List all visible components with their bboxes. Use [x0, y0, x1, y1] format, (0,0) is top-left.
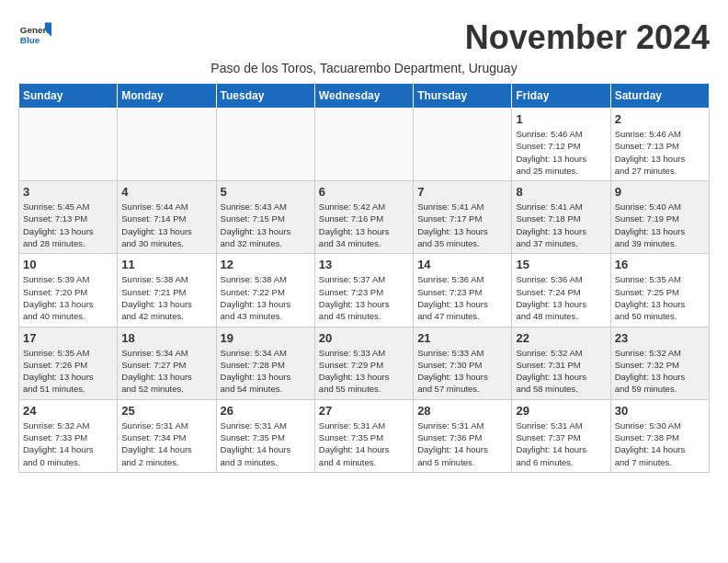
day-detail: Sunrise: 5:36 AM Sunset: 7:24 PM Dayligh… — [516, 273, 606, 322]
day-number: 11 — [121, 258, 211, 271]
calendar-cell: 8Sunrise: 5:41 AM Sunset: 7:18 PM Daylig… — [512, 181, 610, 254]
calendar-cell: 15Sunrise: 5:36 AM Sunset: 7:24 PM Dayli… — [512, 254, 610, 327]
calendar-cell: 10Sunrise: 5:39 AM Sunset: 7:20 PM Dayli… — [19, 254, 118, 327]
calendar-cell: 3Sunrise: 5:45 AM Sunset: 7:13 PM Daylig… — [19, 181, 118, 254]
calendar-table: SundayMondayTuesdayWednesdayThursdayFrid… — [18, 83, 710, 473]
day-header-saturday: Saturday — [610, 84, 709, 109]
calendar-cell: 20Sunrise: 5:33 AM Sunset: 7:29 PM Dayli… — [314, 327, 413, 399]
calendar-cell — [414, 109, 512, 181]
calendar-cell: 18Sunrise: 5:34 AM Sunset: 7:27 PM Dayli… — [118, 327, 216, 399]
day-detail: Sunrise: 5:32 AM Sunset: 7:31 PM Dayligh… — [516, 347, 606, 396]
day-detail: Sunrise: 5:39 AM Sunset: 7:20 PM Dayligh… — [23, 273, 113, 322]
day-number: 21 — [417, 331, 507, 345]
calendar-cell: 6Sunrise: 5:42 AM Sunset: 7:16 PM Daylig… — [314, 181, 413, 254]
day-detail: Sunrise: 5:40 AM Sunset: 7:19 PM Dayligh… — [615, 201, 705, 249]
day-detail: Sunrise: 5:43 AM Sunset: 7:15 PM Dayligh… — [221, 201, 311, 249]
calendar-cell: 9Sunrise: 5:40 AM Sunset: 7:19 PM Daylig… — [610, 181, 709, 254]
calendar-cell: 19Sunrise: 5:34 AM Sunset: 7:28 PM Dayli… — [216, 327, 314, 399]
day-detail: Sunrise: 5:32 AM Sunset: 7:33 PM Dayligh… — [23, 419, 113, 468]
calendar-cell: 1Sunrise: 5:46 AM Sunset: 7:12 PM Daylig… — [512, 109, 610, 181]
day-number: 20 — [319, 331, 409, 345]
day-header-sunday: Sunday — [19, 84, 118, 109]
day-number: 24 — [23, 404, 113, 418]
day-header-friday: Friday — [512, 84, 610, 109]
svg-text:Blue: Blue — [20, 35, 40, 45]
calendar-cell: 13Sunrise: 5:37 AM Sunset: 7:23 PM Dayli… — [314, 254, 413, 327]
day-number: 29 — [516, 404, 606, 418]
calendar-cell: 21Sunrise: 5:33 AM Sunset: 7:30 PM Dayli… — [414, 327, 512, 399]
day-detail: Sunrise: 5:30 AM Sunset: 7:38 PM Dayligh… — [615, 419, 705, 468]
day-detail: Sunrise: 5:31 AM Sunset: 7:35 PM Dayligh… — [319, 419, 409, 468]
day-header-thursday: Thursday — [414, 84, 512, 109]
calendar-cell: 28Sunrise: 5:31 AM Sunset: 7:36 PM Dayli… — [414, 399, 512, 472]
day-detail: Sunrise: 5:38 AM Sunset: 7:21 PM Dayligh… — [121, 273, 211, 322]
calendar-cell: 16Sunrise: 5:35 AM Sunset: 7:25 PM Dayli… — [610, 254, 709, 327]
calendar-cell — [314, 109, 413, 181]
calendar-cell: 29Sunrise: 5:31 AM Sunset: 7:37 PM Dayli… — [512, 399, 610, 472]
day-detail: Sunrise: 5:46 AM Sunset: 7:12 PM Dayligh… — [516, 128, 606, 177]
day-number: 12 — [221, 258, 311, 271]
month-title: November 2024 — [465, 18, 710, 57]
calendar-cell: 4Sunrise: 5:44 AM Sunset: 7:14 PM Daylig… — [118, 181, 216, 254]
day-detail: Sunrise: 5:41 AM Sunset: 7:18 PM Dayligh… — [516, 201, 606, 249]
day-number: 10 — [23, 258, 113, 271]
day-detail: Sunrise: 5:37 AM Sunset: 7:23 PM Dayligh… — [319, 273, 409, 322]
calendar-cell: 2Sunrise: 5:46 AM Sunset: 7:13 PM Daylig… — [610, 109, 709, 181]
day-number: 5 — [221, 185, 311, 199]
day-number: 25 — [121, 404, 211, 418]
day-number: 28 — [417, 404, 507, 418]
day-detail: Sunrise: 5:45 AM Sunset: 7:13 PM Dayligh… — [23, 201, 113, 249]
day-detail: Sunrise: 5:31 AM Sunset: 7:37 PM Dayligh… — [516, 419, 606, 468]
day-number: 26 — [221, 404, 311, 418]
calendar-cell: 25Sunrise: 5:31 AM Sunset: 7:34 PM Dayli… — [118, 399, 216, 472]
day-header-wednesday: Wednesday — [314, 84, 413, 109]
calendar-subtitle: Paso de los Toros, Tacuarembo Department… — [18, 61, 710, 75]
calendar-cell: 11Sunrise: 5:38 AM Sunset: 7:21 PM Dayli… — [118, 254, 216, 327]
calendar-cell: 30Sunrise: 5:30 AM Sunset: 7:38 PM Dayli… — [610, 399, 709, 472]
day-number: 23 — [615, 331, 705, 345]
day-number: 13 — [319, 258, 409, 271]
calendar-cell — [216, 109, 314, 181]
day-number: 9 — [615, 185, 705, 199]
day-number: 27 — [319, 404, 409, 418]
day-number: 7 — [417, 185, 507, 199]
day-detail: Sunrise: 5:42 AM Sunset: 7:16 PM Dayligh… — [319, 201, 409, 249]
calendar-cell: 12Sunrise: 5:38 AM Sunset: 7:22 PM Dayli… — [216, 254, 314, 327]
day-number: 14 — [417, 258, 507, 271]
day-number: 19 — [221, 331, 311, 345]
day-detail: Sunrise: 5:38 AM Sunset: 7:22 PM Dayligh… — [221, 273, 311, 322]
day-detail: Sunrise: 5:31 AM Sunset: 7:34 PM Dayligh… — [121, 419, 211, 468]
logo: General Blue — [18, 18, 51, 52]
day-number: 1 — [516, 112, 606, 126]
day-detail: Sunrise: 5:35 AM Sunset: 7:25 PM Dayligh… — [615, 273, 705, 322]
day-detail: Sunrise: 5:31 AM Sunset: 7:36 PM Dayligh… — [417, 419, 507, 468]
day-detail: Sunrise: 5:41 AM Sunset: 7:17 PM Dayligh… — [417, 201, 507, 249]
day-detail: Sunrise: 5:36 AM Sunset: 7:23 PM Dayligh… — [417, 273, 507, 322]
calendar-cell: 14Sunrise: 5:36 AM Sunset: 7:23 PM Dayli… — [414, 254, 512, 327]
day-detail: Sunrise: 5:44 AM Sunset: 7:14 PM Dayligh… — [121, 201, 211, 249]
day-detail: Sunrise: 5:34 AM Sunset: 7:27 PM Dayligh… — [121, 347, 211, 396]
calendar-cell: 24Sunrise: 5:32 AM Sunset: 7:33 PM Dayli… — [19, 399, 118, 472]
day-number: 18 — [121, 331, 211, 345]
day-detail: Sunrise: 5:31 AM Sunset: 7:35 PM Dayligh… — [221, 419, 311, 468]
day-header-monday: Monday — [118, 84, 216, 109]
day-detail: Sunrise: 5:32 AM Sunset: 7:32 PM Dayligh… — [615, 347, 705, 396]
day-number: 2 — [615, 112, 705, 126]
day-number: 4 — [121, 185, 211, 199]
day-detail: Sunrise: 5:33 AM Sunset: 7:29 PM Dayligh… — [319, 347, 409, 396]
day-detail: Sunrise: 5:34 AM Sunset: 7:28 PM Dayligh… — [221, 347, 311, 396]
day-detail: Sunrise: 5:35 AM Sunset: 7:26 PM Dayligh… — [23, 347, 113, 396]
calendar-cell: 5Sunrise: 5:43 AM Sunset: 7:15 PM Daylig… — [216, 181, 314, 254]
calendar-cell — [19, 109, 118, 181]
calendar-cell: 27Sunrise: 5:31 AM Sunset: 7:35 PM Dayli… — [314, 399, 413, 472]
calendar-cell: 26Sunrise: 5:31 AM Sunset: 7:35 PM Dayli… — [216, 399, 314, 472]
calendar-cell: 17Sunrise: 5:35 AM Sunset: 7:26 PM Dayli… — [19, 327, 118, 399]
day-detail: Sunrise: 5:33 AM Sunset: 7:30 PM Dayligh… — [417, 347, 507, 396]
day-header-tuesday: Tuesday — [216, 84, 314, 109]
calendar-cell: 23Sunrise: 5:32 AM Sunset: 7:32 PM Dayli… — [610, 327, 709, 399]
day-number: 6 — [319, 185, 409, 199]
day-number: 22 — [516, 331, 606, 345]
day-number: 15 — [516, 258, 606, 271]
calendar-cell: 7Sunrise: 5:41 AM Sunset: 7:17 PM Daylig… — [414, 181, 512, 254]
day-number: 3 — [23, 185, 113, 199]
